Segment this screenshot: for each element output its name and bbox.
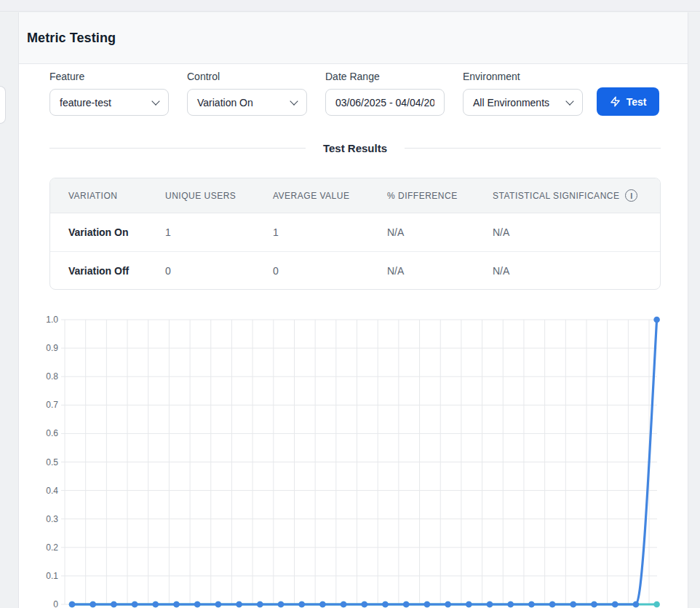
control-select-value: Variation On: [197, 97, 253, 108]
svg-text:0.6: 0.6: [46, 428, 58, 438]
svg-text:0.1: 0.1: [46, 571, 58, 581]
svg-text:0.2: 0.2: [46, 542, 58, 553]
left-edge-handle[interactable]: [0, 86, 6, 124]
cell-statistical-significance: N/A: [474, 226, 660, 238]
table-row: Variation On 1 1 N/A N/A: [50, 213, 660, 251]
svg-text:0: 0: [53, 599, 58, 608]
metric-chart-container: 00.10.20.30.40.50.60.70.80.91.0: [41, 312, 674, 608]
table-row: Variation Off 0 0 N/A N/A: [50, 251, 660, 289]
chevron-down-icon: [290, 97, 298, 105]
svg-text:0.8: 0.8: [46, 371, 58, 382]
feature-select-value: feature-test: [60, 97, 111, 108]
date-range-input-box: [325, 89, 445, 116]
panel-body: Feature feature-test Control Variation O…: [19, 65, 688, 608]
control-select[interactable]: Variation On: [187, 89, 307, 116]
metric-chart: 00.10.20.30.40.50.60.70.80.91.0: [41, 312, 674, 608]
zap-icon: [610, 96, 621, 107]
divider: [49, 148, 306, 149]
page-top-strip: [0, 0, 700, 12]
feature-select[interactable]: feature-test: [49, 89, 169, 116]
environment-label: Environment: [463, 71, 583, 82]
divider: [405, 148, 661, 149]
date-range-input[interactable]: [335, 97, 434, 108]
feature-filter: Feature feature-test: [49, 71, 169, 116]
section-title: Test Results: [323, 142, 387, 154]
test-button-label: Test: [627, 96, 647, 108]
column-header-pct-difference: % DIFFERENCE: [369, 191, 474, 201]
cell-pct-difference: N/A: [369, 226, 474, 238]
cell-average-value: 1: [255, 226, 369, 238]
column-header-variation: VARIATION: [50, 191, 147, 201]
page-title: Metric Testing: [27, 31, 116, 46]
cell-variation: Variation Off: [50, 265, 147, 277]
column-header-statistical-significance: STATISTICAL SIGNIFICANCE i: [474, 189, 660, 202]
info-icon[interactable]: i: [625, 189, 637, 202]
chevron-down-icon: [151, 97, 159, 105]
test-button[interactable]: Test: [597, 87, 659, 116]
environment-select[interactable]: All Environments: [463, 89, 583, 116]
svg-text:0.3: 0.3: [46, 514, 58, 524]
cell-unique-users: 0: [147, 265, 255, 277]
feature-label: Feature: [49, 71, 169, 82]
panel-header: Metric Testing: [19, 12, 688, 64]
metric-testing-panel: Metric Testing Feature feature-test Cont…: [18, 12, 688, 608]
environment-select-value: All Environments: [473, 97, 549, 108]
results-table: VARIATION UNIQUE USERS AVERAGE VALUE % D…: [49, 178, 661, 290]
svg-text:0.7: 0.7: [46, 400, 58, 410]
date-range-filter: Date Range: [325, 71, 445, 116]
cell-variation: Variation On: [50, 226, 147, 238]
cell-unique-users: 1: [147, 226, 255, 238]
column-header-unique-users: UNIQUE USERS: [147, 191, 255, 201]
control-label: Control: [187, 71, 307, 82]
svg-text:0.5: 0.5: [46, 457, 58, 467]
column-header-average-value: AVERAGE VALUE: [255, 191, 369, 201]
cell-statistical-significance: N/A: [474, 265, 660, 277]
date-range-label: Date Range: [325, 71, 445, 82]
environment-filter: Environment All Environments: [463, 71, 583, 116]
test-results-section-header: Test Results: [49, 141, 661, 155]
chevron-down-icon: [565, 97, 573, 105]
cell-pct-difference: N/A: [369, 265, 474, 277]
svg-text:1.0: 1.0: [46, 315, 58, 325]
svg-text:0.4: 0.4: [46, 486, 58, 496]
cell-average-value: 0: [255, 265, 369, 277]
table-header-row: VARIATION UNIQUE USERS AVERAGE VALUE % D…: [50, 178, 660, 213]
control-filter: Control Variation On: [187, 71, 307, 116]
svg-text:0.9: 0.9: [46, 343, 58, 353]
